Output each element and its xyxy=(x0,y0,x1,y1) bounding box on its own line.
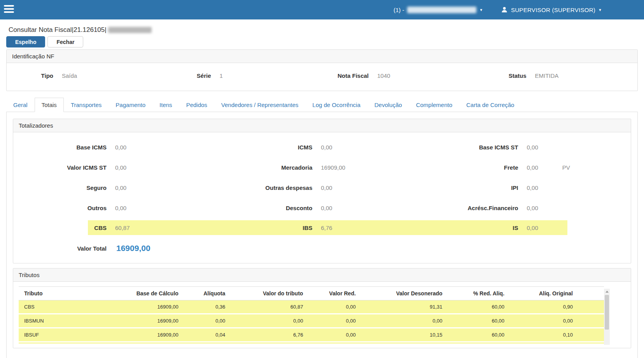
field-label: Acrésc.Financeiro xyxy=(425,205,518,211)
tab-pedidos[interactable]: Pedidos xyxy=(179,98,214,112)
scroll-up-icon[interactable] xyxy=(604,289,610,295)
field-label: Frete xyxy=(425,164,518,171)
field-value: Saída xyxy=(62,72,77,79)
scrollbar-thumb[interactable] xyxy=(605,295,609,330)
cell-valor-red: 0,00 xyxy=(303,314,355,328)
cell-perc-red-aliq: 60,00 xyxy=(443,300,505,314)
field-outras-despesas: Outras despesas 0,00 xyxy=(219,184,425,191)
table-scrollbar[interactable] xyxy=(604,289,610,345)
cell-valor-do-tributo: 60,87 xyxy=(225,300,303,314)
field-cbs: CBS 60,87 xyxy=(13,225,219,231)
cell-base-de-calculo: 16909,00 xyxy=(118,314,178,328)
totalizadores-header: Totalizadores xyxy=(13,119,631,132)
company-prefix: (1) - xyxy=(394,7,404,13)
table-row-partial xyxy=(19,342,604,344)
field-value: 6,76 xyxy=(321,225,332,231)
field-status: Status EMITIDA xyxy=(480,72,638,79)
field-label: Tipo xyxy=(7,72,53,79)
espelho-button[interactable]: Espelho xyxy=(6,36,45,47)
field-outros: Outros 0,00 xyxy=(13,205,219,211)
company-selector[interactable]: (1) - ▾ xyxy=(394,7,482,13)
user-label: SUPERVISOR (SUPERVISOR) xyxy=(511,7,595,13)
identificacao-nf-panel: Identificação NF Tipo Saída Série 1 Nota… xyxy=(6,49,638,91)
tributos-panel: Tributos Tributo Base de Cálculo Alíquot… xyxy=(13,268,631,348)
tab-devolucao[interactable]: Devolução xyxy=(368,98,409,112)
field-label: Mercadoria xyxy=(219,164,312,171)
field-value: 0,00 xyxy=(527,184,538,191)
field-value: 60,87 xyxy=(115,225,130,231)
field-value: 0,00 xyxy=(115,184,126,191)
col-aliq-original: Alíq. Original xyxy=(504,287,604,300)
user-menu[interactable]: SUPERVISOR (SUPERVISOR) ▾ xyxy=(501,6,601,13)
tab-carta-de-correcao[interactable]: Carta de Correção xyxy=(459,98,521,112)
field-label: ICMS xyxy=(219,144,312,151)
field-value: 0,00 xyxy=(527,144,538,151)
table-row-ibsmun[interactable]: IBSMUN 16909,00 0,00 0,00 0,00 0,00 60,0… xyxy=(19,314,604,328)
tab-transportes[interactable]: Transportes xyxy=(64,98,108,112)
tributos-table: Tributo Base de Cálculo Alíquota Valor d… xyxy=(19,286,604,345)
field-value: 0,00 xyxy=(321,184,332,191)
totalizadores-row: Seguro 0,00 Outras despesas 0,00 IPI 0,0… xyxy=(13,177,631,198)
field-serie: Série 1 xyxy=(164,72,322,79)
col-tributo: Tributo xyxy=(19,287,118,300)
cell-valor-red: 0,00 xyxy=(303,300,355,314)
field-label: Status xyxy=(480,72,527,79)
cell-aliq-original: 0,90 xyxy=(504,300,604,314)
field-seguro: Seguro 0,00 xyxy=(13,184,219,191)
cell-aliquota: 0,36 xyxy=(178,300,225,314)
chevron-down-icon: ▾ xyxy=(599,7,601,12)
cell-perc-red-aliq: 60,00 xyxy=(443,314,505,328)
tributos-header: Tributos xyxy=(13,268,631,282)
field-icms: ICMS 0,00 xyxy=(219,144,425,151)
col-valor-red: Valor Red. xyxy=(303,287,355,300)
tributos-header-row: Tributo Base de Cálculo Alíquota Valor d… xyxy=(19,287,604,300)
field-label: Base ICMS ST xyxy=(425,144,518,151)
title-row: Consultar Nota Fiscal|21.126105| xyxy=(0,19,644,35)
cell-tributo: IBSUF xyxy=(19,328,118,342)
chevron-down-icon: ▾ xyxy=(480,7,482,12)
identificacao-nf-header: Identificação NF xyxy=(7,50,637,63)
field-base-icms-st: Base ICMS ST 0,00 xyxy=(425,144,631,151)
field-value: 0,00 xyxy=(115,164,126,171)
field-value: 1040 xyxy=(377,72,390,79)
field-tipo: Tipo Saída xyxy=(7,72,164,79)
tab-totais[interactable]: Totais xyxy=(35,98,64,112)
field-ipi: IPI 0,00 xyxy=(425,184,631,191)
valor-total-value: 16909,00 xyxy=(116,244,150,253)
tab-complemento[interactable]: Complemento xyxy=(409,98,459,112)
field-ibs: IBS 6,76 xyxy=(219,225,425,231)
field-desconto: Desconto 0,00 xyxy=(219,205,425,211)
field-label: Valor ICMS ST xyxy=(13,164,107,171)
tab-geral[interactable]: Geral xyxy=(6,98,35,112)
table-row-ibsuf[interactable]: IBSUF 16909,00 0,04 6,76 0,00 10,15 60,0… xyxy=(19,328,604,342)
field-mercadoria: Mercadoria 16909,00 xyxy=(219,164,425,171)
field-is: IS 0,00 xyxy=(425,225,631,231)
col-perc-red-aliq: % Red. Aliq. xyxy=(443,287,505,300)
tributos-table-wrap: Tributo Base de Cálculo Alíquota Valor d… xyxy=(19,286,610,345)
tab-vendedores-representantes[interactable]: Vendedores / Representantes xyxy=(214,98,305,112)
totalizadores-row: Outros 0,00 Desconto 0,00 Acrésc.Finance… xyxy=(13,198,631,218)
hamburger-menu-icon[interactable] xyxy=(0,0,18,19)
col-aliquota: Alíquota xyxy=(178,287,225,300)
cell-aliq-original: 0,00 xyxy=(504,314,604,328)
field-value: 16909,00 xyxy=(321,164,345,171)
table-row-cbs[interactable]: CBS 16909,00 0,36 60,87 0,00 91,31 60,00… xyxy=(19,300,604,314)
fechar-button[interactable]: Fechar xyxy=(47,36,83,47)
field-value: 0,00 xyxy=(527,205,538,211)
cell-valor-desonerado: 10,15 xyxy=(356,328,443,342)
field-value: 0,00 xyxy=(321,205,332,211)
col-valor-do-tributo: Valor do tributo xyxy=(225,287,303,300)
field-value: 0,00 xyxy=(115,205,126,211)
tab-itens[interactable]: Itens xyxy=(152,98,179,112)
cell-valor-do-tributo: 6,76 xyxy=(225,328,303,342)
cell-base-de-calculo: 16909,00 xyxy=(118,328,178,342)
field-value: 1 xyxy=(220,72,223,79)
valor-total-label: Valor Total xyxy=(13,245,107,252)
col-base-de-calculo: Base de Cálculo xyxy=(118,287,178,300)
cell-base-de-calculo: 16909,00 xyxy=(118,300,178,314)
tab-log-de-ocorrencia[interactable]: Log de Ocorrência xyxy=(305,98,367,112)
field-nota-fiscal: Nota Fiscal 1040 xyxy=(322,72,480,79)
valor-total-row: Valor Total 16909,00 xyxy=(13,237,631,259)
field-base-icms: Base ICMS 0,00 xyxy=(13,144,219,151)
tab-pagamento[interactable]: Pagamento xyxy=(108,98,152,112)
